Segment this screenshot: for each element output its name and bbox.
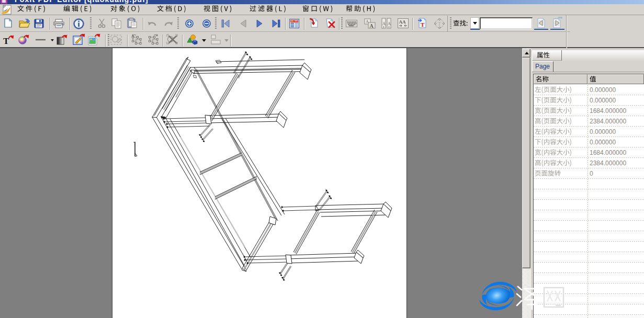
svg-text:T: T <box>3 36 9 46</box>
svg-text:T: T <box>438 20 442 27</box>
svg-text:AA: AA <box>399 19 406 25</box>
svg-text:T: T <box>421 21 425 28</box>
svg-text:A: A <box>382 21 386 26</box>
svg-text:A: A <box>370 23 374 29</box>
svg-text:A: A <box>388 21 391 26</box>
